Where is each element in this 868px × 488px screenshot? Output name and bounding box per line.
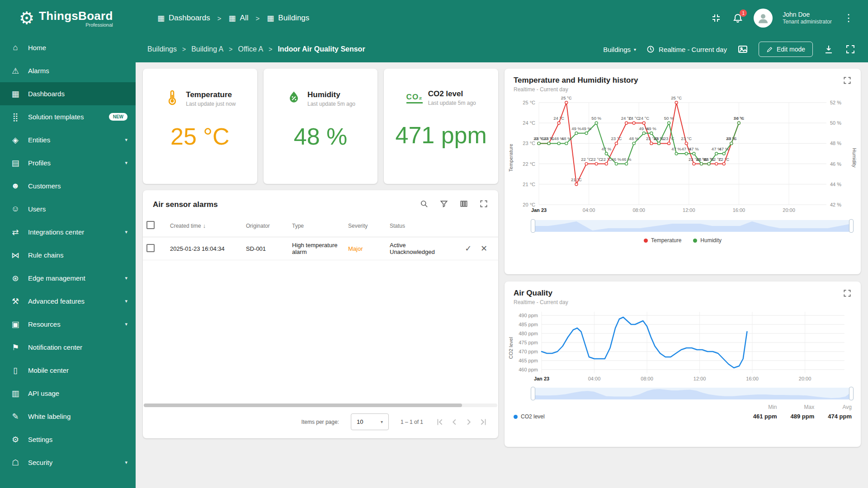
search-icon[interactable] <box>420 199 429 210</box>
sidebar-item-mobile-center[interactable]: ▯ Mobile center <box>0 359 136 382</box>
sidebar-item-white-labeling[interactable]: ✎ White labeling <box>0 405 136 428</box>
kebab-menu-icon[interactable]: ⋮ <box>842 12 855 24</box>
svg-text:460 ppm: 460 ppm <box>519 367 538 372</box>
time-range-selector[interactable] <box>533 388 852 399</box>
thermometer-icon <box>164 89 180 108</box>
sidebar-item-settings[interactable]: ⚙ Settings <box>0 428 136 451</box>
scrollbar-thumb[interactable] <box>144 404 462 407</box>
breadcrumb-office-a[interactable]: Office A <box>238 45 263 53</box>
fullscreen-icon[interactable] <box>844 43 856 55</box>
clear-alarm-icon[interactable]: ✕ <box>477 244 491 253</box>
items-per-page-select[interactable]: 10 ▾ <box>351 413 389 430</box>
row-checkbox[interactable] <box>146 244 155 252</box>
svg-text:Jan 23: Jan 23 <box>534 376 549 381</box>
avatar[interactable] <box>754 9 773 28</box>
legend-item[interactable]: CO2 level <box>514 413 545 420</box>
svg-text:25 °C: 25 °C <box>561 95 572 100</box>
acknowledge-icon[interactable]: ✓ <box>461 244 475 253</box>
svg-text:49 %: 49 % <box>571 126 581 131</box>
sidebar-item-advanced-features[interactable]: ⚒ Advanced features ▾ <box>0 290 136 313</box>
app-root: ⚙ ThingsBoard Professional ▦ Dashboards … <box>0 0 868 488</box>
prev-page-icon[interactable] <box>449 417 459 427</box>
filter-icon[interactable] <box>439 199 448 210</box>
svg-text:Jan 23: Jan 23 <box>531 207 547 213</box>
sidebar-item-profiles[interactable]: ▤ Profiles ▾ <box>0 151 136 174</box>
svg-text:25 °C: 25 °C <box>671 95 682 100</box>
sidebar-item-home[interactable]: ⌂ Home <box>0 36 136 59</box>
svg-text:48 %: 48 % <box>544 136 554 141</box>
fullscreen-icon[interactable] <box>479 199 488 210</box>
dashboard-state-select[interactable]: Buildings ▾ <box>603 46 636 53</box>
edit-mode-button[interactable]: Edit mode <box>759 42 813 57</box>
co2-card[interactable]: CO₂ CO2 level Last update 5m ago 471 ppm <box>384 69 498 184</box>
sidebar-item-label: Security <box>28 459 118 466</box>
fullscreen-icon[interactable] <box>843 76 852 87</box>
user-role: Tenant administrator <box>783 19 832 26</box>
svg-text:47 %: 47 % <box>671 146 681 151</box>
sidebar-item-label: Solution templates <box>28 113 102 121</box>
caret-down-icon: ▾ <box>634 47 636 52</box>
notifications-bell-icon[interactable]: 1 <box>732 12 744 24</box>
sidebar-item-edge-management[interactable]: ⊛ Edge management ▾ <box>0 267 136 290</box>
next-page-icon[interactable] <box>464 417 474 427</box>
topnav-buildings[interactable]: ▦ Buildings <box>267 14 309 23</box>
sidebar-item-alarms[interactable]: ⚠ Alarms <box>0 59 136 82</box>
sidebar-item-integrations-center[interactable]: ⇄ Integrations center ▾ <box>0 221 136 244</box>
chevron-down-icon: ▾ <box>125 321 127 327</box>
timewindow-button[interactable]: Realtime - Current day <box>646 45 727 54</box>
range-handle-right[interactable] <box>849 219 854 233</box>
svg-text:08:00: 08:00 <box>632 207 645 213</box>
range-handle-right[interactable] <box>849 387 854 400</box>
svg-text:23 °C: 23 °C <box>611 136 622 141</box>
sidebar-item-api-usage[interactable]: ▥ API usage <box>0 382 136 405</box>
sidebar-item-rule-chains[interactable]: ⋈ Rule chains <box>0 244 136 267</box>
sidebar-item-users[interactable]: ☺ Users <box>0 197 136 221</box>
stat-title: CO2 level <box>428 89 476 99</box>
sidebar-item-resources[interactable]: ▣ Resources ▾ <box>0 313 136 336</box>
legend-item[interactable]: Humidity <box>693 237 722 244</box>
topnav-all[interactable]: ▦ All <box>229 14 249 23</box>
table-row[interactable]: 2025-01-23 16:04:34 SD-001 High temperat… <box>143 237 498 260</box>
range-handle-left[interactable] <box>531 387 535 400</box>
items-per-page-label: Items per page: <box>302 419 339 425</box>
topnav-dashboards[interactable]: ▦ Dashboards <box>157 14 210 23</box>
sidebar-item-notification-center[interactable]: ⚑ Notification center <box>0 336 136 359</box>
last-page-icon[interactable] <box>478 417 488 427</box>
sidebar-item-entities[interactable]: ◈ Entities ▾ <box>0 128 136 151</box>
sidebar-item-security[interactable]: ☖ Security ▾ <box>0 451 136 474</box>
collapse-icon[interactable] <box>710 12 722 24</box>
sidebar-item-dashboards[interactable]: ▦ Dashboards <box>0 82 136 105</box>
breadcrumb-buildings[interactable]: Buildings <box>147 45 177 53</box>
co2-chart[interactable]: Jan 2304:0008:0012:0016:0020:00460 ppm46… <box>507 306 858 384</box>
breadcrumb-building-a[interactable]: Building A <box>191 45 223 53</box>
select-all-checkbox[interactable] <box>146 221 155 229</box>
first-page-icon[interactable] <box>435 417 445 427</box>
legend-item[interactable]: Temperature <box>644 237 681 244</box>
image-gallery-icon[interactable] <box>737 43 749 55</box>
svg-text:12:00: 12:00 <box>693 376 706 381</box>
svg-text:46 %: 46 % <box>612 157 622 162</box>
svg-text:12:00: 12:00 <box>683 207 695 213</box>
sidebar-item-icon: ▯ <box>10 366 21 375</box>
temp-humidity-chart[interactable]: Jan 2304:0008:0012:0016:0020:0020 °C21 °… <box>507 94 858 216</box>
humidity-card[interactable]: Humidity Last update 5m ago 48 % <box>264 69 378 184</box>
columns-icon[interactable] <box>459 199 468 210</box>
y-axis-title-left: Temperature <box>508 140 514 176</box>
min-label: Min <box>753 404 777 410</box>
download-icon[interactable] <box>823 43 835 55</box>
time-range-selector[interactable] <box>533 220 852 232</box>
horizontal-scrollbar[interactable] <box>144 404 497 407</box>
sort-desc-icon[interactable]: ↓ <box>203 222 206 229</box>
top-breadcrumb-nav: ▦ Dashboards > ▦ All > ▦ Buildings <box>157 14 309 23</box>
stat-subtitle: Last update just now <box>186 101 236 107</box>
chevron-down-icon: ▾ <box>125 137 127 143</box>
sidebar-item-icon: ⇄ <box>10 227 21 237</box>
temperature-card[interactable]: Temperature Last update just now 25 °C <box>143 69 257 184</box>
brand[interactable]: ⚙ ThingsBoard Professional <box>0 9 136 28</box>
sidebar-item-solution-templates[interactable]: ⣿ Solution templates NEW <box>0 105 136 128</box>
range-handle-left[interactable] <box>531 219 535 233</box>
sidebar-item-customers[interactable]: ☻ Customers <box>0 174 136 197</box>
fullscreen-icon[interactable] <box>843 289 852 300</box>
sidebar-item-icon: ⚙ <box>10 435 21 445</box>
svg-text:08:00: 08:00 <box>641 376 653 381</box>
